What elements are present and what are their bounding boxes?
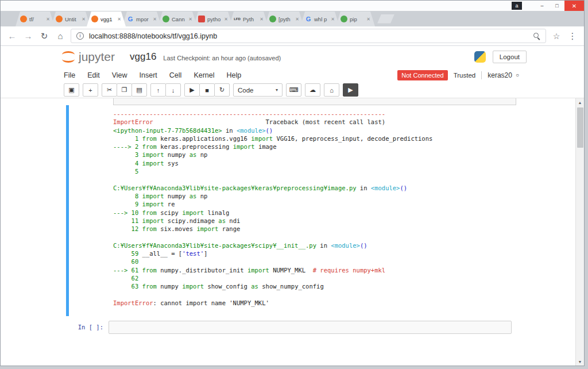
menu-insert[interactable]: Insert (140, 71, 157, 79)
back-button[interactable]: ← (6, 30, 18, 42)
jupyter-favicon (91, 16, 98, 22)
tab-title: [pyth (278, 16, 294, 22)
tab-close-icon[interactable]: ✕ (331, 17, 335, 22)
copy-cell-button[interactable]: ❐ (117, 83, 132, 97)
reload-button[interactable]: ↻ (38, 30, 50, 42)
new-tab-button[interactable] (377, 14, 394, 24)
restart-kernel-button[interactable]: ↻ (214, 83, 230, 97)
menu-view[interactable]: View (112, 71, 127, 79)
tab-title: Pyth (243, 16, 258, 22)
traceback-line: ----------------------------------------… (113, 110, 584, 118)
tab-close-icon[interactable]: ✕ (224, 17, 228, 22)
browser-tab-pyth[interactable]: LFDPyth✕ (229, 11, 268, 26)
traceback-line (113, 291, 584, 299)
traceback-line: 1 from keras.applications.vgg16 import V… (113, 134, 584, 143)
browser-tab-pyth[interactable]: [pyth✕ (265, 11, 304, 26)
toolbar-right: ⌨☁⌂▶ (286, 83, 362, 97)
toolbar-group: ▣ (64, 83, 79, 97)
page-scrollbar[interactable]: ▲ ▼ (575, 98, 584, 366)
command-palette-keyboard-button[interactable]: ⌨ (286, 83, 301, 97)
tab-close-icon[interactable]: ✕ (260, 17, 264, 22)
code-cell-input-partial[interactable] (113, 98, 516, 105)
move-cell-up-button[interactable]: ↑ (150, 83, 166, 97)
browser-tab-untit[interactable]: Untit✕ (51, 11, 90, 26)
page-info-icon[interactable]: i (76, 32, 84, 40)
traceback-line (113, 233, 584, 241)
empty-cell-input[interactable] (109, 321, 512, 334)
close-button[interactable]: ✕ (564, 1, 584, 11)
traceback-line: 63 from numpy import show_config as show… (113, 282, 584, 290)
status-divider (481, 71, 482, 79)
tab-close-icon[interactable]: ✕ (366, 17, 370, 22)
traceback-line: 4 import sys (113, 159, 584, 167)
scrollbar-thumb[interactable] (577, 107, 583, 148)
ime-indicator[interactable]: a (512, 2, 522, 10)
interrupt-kernel-button[interactable]: ■ (199, 83, 215, 97)
tab-title: vgg1 (100, 16, 116, 22)
chevron-down-icon: ▾ (276, 87, 278, 93)
add-cell-button[interactable]: + (83, 83, 98, 97)
menu-file[interactable]: File (64, 71, 75, 79)
tab-close-icon[interactable]: ✕ (82, 17, 86, 22)
browser-menu-icon[interactable]: ⋮ (567, 30, 578, 42)
maximize-button[interactable]: □ (550, 1, 564, 11)
menu-cell[interactable]: Cell (169, 71, 182, 79)
minimize-button[interactable]: – (535, 1, 550, 11)
browser-tab-vgg1[interactable]: vgg1✕ (87, 11, 126, 26)
trusted-button[interactable]: Trusted (454, 72, 476, 79)
browser-tab-pytho[interactable]: pytho✕ (194, 11, 233, 26)
tab-close-icon[interactable]: ✕ (188, 17, 192, 22)
browser-home-button[interactable]: ⌂ (55, 30, 66, 42)
slideshow-play-button[interactable]: ▶ (343, 83, 358, 97)
traceback-line: ---> 10 from scipy import linalg (113, 209, 584, 217)
scroll-down-icon[interactable]: ▼ (576, 358, 585, 366)
python-logo-icon (474, 51, 486, 63)
selected-code-cell[interactable]: ----------------------------------------… (1, 105, 584, 316)
jupyter-header: jupyter vgg16 Last Checkpoint: an hour a… (1, 46, 584, 68)
kernel-name: keras20 (488, 71, 512, 79)
browser-tab-whl-p[interactable]: Gwhl p✕ (300, 11, 339, 26)
cut-cell-button[interactable]: ✂ (102, 83, 117, 97)
selected-cell-bar (66, 105, 69, 316)
bookmark-star-icon[interactable]: ☆ (551, 30, 562, 42)
lfd-favicon: LFD (234, 16, 241, 22)
traceback-line: 5 (113, 167, 584, 175)
cloud-upload-button[interactable]: ☁ (305, 83, 320, 97)
browser-tab-cann[interactable]: Cann✕ (158, 11, 197, 26)
scroll-up-icon[interactable]: ▲ (576, 98, 585, 106)
move-cell-down-button[interactable]: ↓ (165, 83, 181, 97)
traceback-line (113, 175, 584, 183)
notebook-title[interactable]: vgg16 (130, 51, 156, 63)
tab-title: Untit (65, 16, 80, 22)
browser-tab-mpor[interactable]: Gmpor✕ (122, 11, 161, 26)
checkpoint-status: Last Checkpoint: an hour ago (autosaved) (163, 55, 281, 62)
menu-help[interactable]: Help (227, 71, 242, 79)
tab-close-icon[interactable]: ✕ (46, 17, 50, 22)
menu-kernel[interactable]: Kernel (194, 71, 214, 79)
traceback-line: 60 (113, 257, 584, 266)
run-cell-button[interactable]: ▶ (184, 83, 200, 97)
tab-close-icon[interactable]: ✕ (117, 17, 121, 22)
tab-close-icon[interactable]: ✕ (295, 17, 299, 22)
address-bar[interactable]: i localhost:8888/notebooks/tf/vgg16.ipyn… (71, 29, 546, 43)
jupyter-logo[interactable]: jupyter (59, 49, 115, 64)
browser-tab-tf[interactable]: tf/✕ (16, 11, 55, 26)
tab-title: mpor (136, 16, 152, 22)
toolbar-group: ⌂ (324, 83, 339, 97)
tab-strip: tf/✕Untit✕vgg1✕Gmpor✕Cann✕pytho✕LFDPyth✕… (16, 11, 372, 26)
home-extension-button[interactable]: ⌂ (324, 83, 339, 97)
jupyter-logo-icon (59, 49, 78, 64)
browser-tab-pip[interactable]: pip✕ (336, 11, 375, 26)
cell-type-select[interactable]: Code ▾ (233, 83, 283, 97)
menu-edit[interactable]: Edit (87, 71, 100, 79)
tab-close-icon[interactable]: ✕ (153, 17, 157, 22)
input-prompt: In [ ]: (1, 321, 109, 330)
save-button[interactable]: ▣ (64, 83, 79, 97)
zoom-icon[interactable] (533, 32, 540, 40)
empty-code-cell[interactable]: In [ ]: (1, 321, 584, 334)
forward-button[interactable]: → (22, 30, 34, 42)
paste-cell-button[interactable]: ▤ (131, 83, 147, 97)
tab-title: pip (350, 16, 365, 22)
notebook-site: ----------------------------------------… (1, 98, 584, 366)
logout-button[interactable]: Logout (493, 51, 527, 63)
